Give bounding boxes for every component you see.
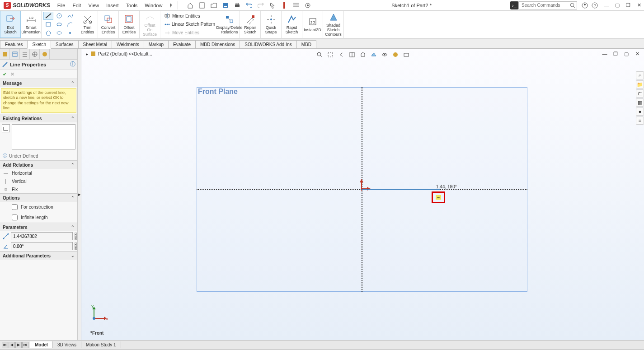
menu-item-file[interactable]: File (54, 1, 69, 10)
doc-maximize-icon[interactable]: ▢ (621, 49, 631, 59)
quick-snaps-button[interactable]: Quick Snaps (261, 11, 282, 38)
bottom-tab-motion-study-1[interactable]: Motion Study 1 (81, 341, 121, 348)
expand-tree-icon[interactable]: ▸ (86, 51, 88, 56)
tab-evaluate[interactable]: Evaluate (168, 40, 196, 48)
relation-filter-icon[interactable] (2, 124, 10, 132)
task-pane-resources-icon[interactable]: ⌂ (636, 71, 644, 79)
infinite-length-checkbox[interactable] (12, 215, 18, 220)
menu-item-window[interactable]: Window (141, 1, 166, 10)
doc-restore-icon[interactable]: ❐ (611, 49, 620, 59)
task-pane-design-library-icon[interactable]: 📁 (636, 80, 644, 89)
tab-sketch[interactable]: Sketch (27, 40, 51, 49)
tab-solidworks-add-ins[interactable]: SOLIDWORKS Add-Ins (240, 40, 296, 48)
menu-item-tools[interactable]: Tools (122, 1, 141, 10)
existing-relations-list[interactable] (12, 124, 75, 149)
sidebar-splitter[interactable]: ▸ (78, 49, 81, 340)
task-pane-view-palette-icon[interactable]: ▦ (636, 98, 644, 107)
display-relations-button[interactable]: Display/Delete Relations (219, 11, 240, 38)
rewind-icon[interactable]: ⏮ (2, 342, 8, 348)
polygon-tool-icon[interactable] (43, 29, 53, 37)
sketched-line[interactable] (362, 189, 440, 190)
apply-scene-icon[interactable] (401, 50, 411, 60)
collapse-message-icon[interactable]: ⌃ (71, 81, 75, 85)
spline-tool-icon[interactable] (65, 12, 75, 20)
repair-sketch-button[interactable]: Repair Sketch (240, 11, 261, 38)
minimize-icon[interactable]: — (602, 0, 611, 10)
search-input[interactable] (521, 2, 570, 8)
add-vertical-button[interactable]: │Vertical (0, 177, 77, 185)
breadcrumb[interactable]: ▸ Part2 (Default) <<Default... (86, 51, 152, 57)
view-orientation-icon[interactable] (358, 50, 368, 60)
appearance-tab-icon[interactable] (40, 49, 50, 59)
angle-down[interactable]: ▾ (75, 246, 77, 250)
restore-icon[interactable]: ❐ (623, 0, 633, 10)
menu-item-view[interactable]: View (85, 1, 103, 10)
rebuild-icon[interactable] (279, 0, 289, 10)
ok-button[interactable]: ✔ (3, 71, 7, 77)
smart-dimension-button[interactable]: 1.0 Smart Dimension (21, 11, 42, 38)
step-back-icon[interactable]: ◀ (9, 342, 15, 348)
task-pane-file-explorer-icon[interactable]: 🗀 (636, 89, 644, 98)
arc-tool-icon[interactable] (65, 20, 75, 28)
search-prefix-icon[interactable]: ›_ (510, 1, 518, 9)
tab-weldments[interactable]: Weldments (112, 40, 144, 48)
bottom-tab-model[interactable]: Model (30, 341, 53, 348)
length-down[interactable]: ▾ (75, 236, 77, 240)
tab-surfaces[interactable]: Surfaces (51, 40, 78, 48)
settings-icon[interactable] (303, 0, 313, 10)
property-manager-tab-icon[interactable] (10, 49, 20, 59)
convert-entities-button[interactable]: Convert Entities (98, 11, 119, 38)
exit-sketch-button[interactable]: Exit Sketch (0, 11, 21, 38)
bottom-tab-3d-views[interactable]: 3D Views (53, 341, 81, 348)
zoom-fit-icon[interactable] (315, 50, 324, 60)
task-pane-appearances-icon[interactable]: ● (636, 107, 644, 116)
add-horizontal-button[interactable]: —Horizontal (0, 169, 77, 177)
dimxpert-tab-icon[interactable] (30, 49, 40, 59)
length-input[interactable] (11, 232, 73, 240)
menu-item-insert[interactable]: Insert (103, 1, 122, 10)
circle-tool-icon[interactable] (54, 12, 64, 20)
line-tool-icon[interactable] (43, 12, 53, 20)
home-icon[interactable] (185, 0, 195, 10)
tab-markup[interactable]: Markup (144, 40, 169, 48)
ellipse-tool-icon[interactable] (54, 29, 64, 37)
pin-icon[interactable] (166, 0, 176, 10)
play-icon[interactable]: ▶ (15, 342, 22, 348)
collapse-existing-icon[interactable]: ⌃ (71, 116, 75, 121)
doc-minimize-icon[interactable]: — (600, 49, 610, 59)
step-fwd-icon[interactable]: ⏭ (22, 342, 28, 348)
previous-view-icon[interactable] (336, 50, 346, 60)
options-list-icon[interactable] (291, 0, 301, 10)
expand-additional-icon[interactable]: ⌄ (71, 253, 75, 258)
feature-tree-tab-icon[interactable] (0, 49, 10, 59)
angle-input[interactable] (11, 242, 73, 250)
offset-entities-button[interactable]: Offset Entities (119, 11, 140, 38)
add-fix-button[interactable]: ⧈Fix (0, 185, 77, 193)
collapse-add-icon[interactable]: ⌃ (71, 163, 75, 167)
tab-features[interactable]: Features (0, 40, 28, 48)
help-icon[interactable]: ? (590, 0, 600, 10)
for-construction-checkbox[interactable] (12, 204, 18, 210)
point-tool-icon[interactable] (65, 29, 75, 37)
instant2d-button[interactable]: 2D Instant2D (302, 11, 323, 38)
graphics-area[interactable]: ▸ Part2 (Default) <<Default... — ❐ ▢ ✕ ⌂… (81, 49, 644, 340)
maximize-icon[interactable]: ▢ (612, 0, 622, 10)
linear-pattern-button[interactable]: Linear Sketch Pattern (162, 21, 217, 28)
zoom-area-icon[interactable] (325, 50, 335, 60)
user-icon[interactable] (580, 0, 590, 10)
slot-tool-icon[interactable] (54, 20, 64, 28)
close-icon[interactable]: ✕ (634, 0, 644, 10)
task-pane-custom-props-icon[interactable]: ≡ (636, 117, 644, 125)
new-icon[interactable] (197, 0, 207, 10)
select-icon[interactable] (268, 0, 277, 10)
angle-up[interactable]: ▴ (75, 243, 77, 246)
open-icon[interactable] (209, 0, 219, 10)
edit-appearance-icon[interactable] (390, 50, 400, 60)
mirror-entities-button[interactable]: Mirror Entities (162, 12, 217, 19)
search-commands-input[interactable] (518, 1, 577, 9)
doc-close-icon[interactable]: ✕ (632, 49, 642, 59)
length-up[interactable]: ▴ (75, 233, 77, 236)
panel-help-icon[interactable]: ⓘ (70, 61, 75, 68)
horizontal-relation-marker[interactable]: − (432, 191, 445, 203)
collapse-params-icon[interactable]: ⌃ (71, 225, 75, 229)
